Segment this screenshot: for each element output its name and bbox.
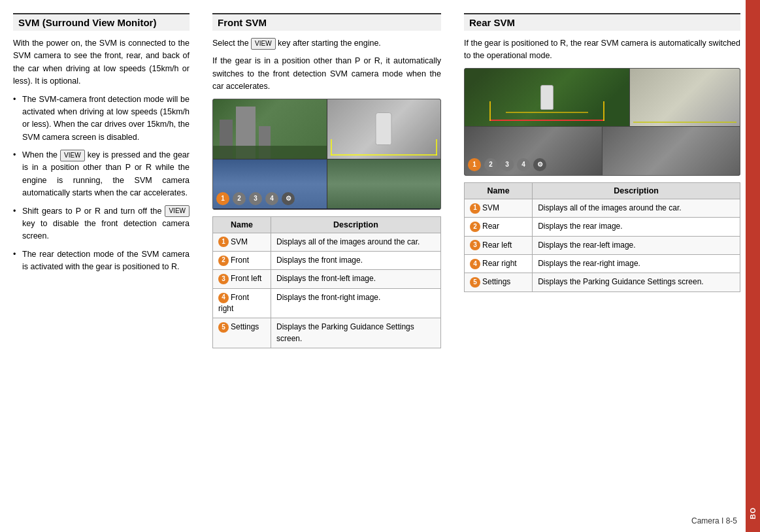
bullet-4: The rear detection mode of the SVM camer… xyxy=(13,248,190,274)
front-table-cell-name-3: 3Front left xyxy=(213,270,271,288)
rear-table-row-5: 5Settings Displays the Parking Guidance … xyxy=(465,273,740,291)
rear-camera-image: Check surroundings for your safety. xyxy=(464,68,740,176)
page-footer: Camera I 8-5 xyxy=(691,516,737,525)
front-table-row-3: 3Front left Displays the front-left imag… xyxy=(213,270,441,288)
front-cam-btn-2: 2 xyxy=(233,192,246,205)
rear-svm-table: Name Description 1SVM Displays all of th… xyxy=(464,182,740,292)
rear-badge-3: 3 xyxy=(470,240,480,250)
front-cam-btn-1: 1 xyxy=(216,192,229,205)
rear-cam-btn-1: 1 xyxy=(468,158,481,171)
front-table-row-1: 1SVM Displays all of the images around t… xyxy=(213,233,441,251)
front-badge-3: 3 xyxy=(218,274,229,284)
front-table-header-name: Name xyxy=(213,216,271,233)
col1-svm: SVM (Surround View Monitor) With the pow… xyxy=(13,13,196,519)
front-cam-buttons: 1 2 3 4 ⚙ xyxy=(216,192,295,205)
front-table-row-4: 4Front right Displays the front-right im… xyxy=(213,288,441,318)
front-badge-2: 2 xyxy=(218,256,229,266)
rear-top-main xyxy=(465,69,630,127)
rear-badge-2: 2 xyxy=(470,222,480,232)
col3-rear-svm: Rear SVM If the gear is positioned to R,… xyxy=(457,13,740,519)
rear-table-cell-name-4: 4Rear right xyxy=(465,254,533,273)
rear-badge-5: 5 xyxy=(470,277,480,288)
rear-table-cell-name-3: 3Rear left xyxy=(465,236,533,254)
front-table-row-5: 5Settings Displays the Parking Guidance … xyxy=(213,318,441,348)
front-badge-4: 4 xyxy=(218,293,229,303)
rear-cam-btn-4: 4 xyxy=(517,158,530,171)
cam-top-row xyxy=(213,99,440,159)
rear-cam-btn-3: 3 xyxy=(501,158,514,171)
front-table-header-desc: Description xyxy=(271,216,440,233)
rear-table-header-desc: Description xyxy=(533,182,740,199)
front-cam-btn-4: 4 xyxy=(265,192,278,205)
front-cam-btn-5: ⚙ xyxy=(282,192,295,205)
cam-top-left xyxy=(213,99,327,159)
rear-badge-4: 4 xyxy=(470,259,480,269)
front-table-cell-desc-2: Displays the front image. xyxy=(271,251,440,269)
front-table-row-2: 2Front Displays the front image. xyxy=(213,251,441,269)
front-table-cell-name-1: 1SVM xyxy=(213,233,271,251)
cam-bottom-right xyxy=(327,159,441,209)
rear-cam-btn-5: ⚙ xyxy=(533,158,546,171)
rear-table-row-2: 2Rear Displays the rear image. xyxy=(465,218,740,236)
col2-front-svm: Front SVM Select the VIEW key after star… xyxy=(206,13,448,519)
front-table-cell-name-4: 4Front right xyxy=(213,288,271,318)
bullet-3: Shift gears to P or R and turn off the V… xyxy=(13,205,190,243)
rear-table-row-3: 3Rear left Displays the rear-left image. xyxy=(465,236,740,254)
cam-top-right xyxy=(327,99,441,159)
rear-table-cell-desc-5: Displays the Parking Guidance Settings s… xyxy=(533,273,740,291)
rear-table-cell-name-2: 2Rear xyxy=(465,218,533,236)
page-container: SVM (Surround View Monitor) With the pow… xyxy=(0,0,760,532)
col2-p2: If the gear is in a position other than … xyxy=(212,55,441,93)
col3-title: Rear SVM xyxy=(464,13,740,31)
view-key-icon: VIEW xyxy=(60,150,85,161)
rear-table-cell-desc-1: Displays all of the images around the ca… xyxy=(533,199,740,217)
rear-top-section xyxy=(465,69,740,127)
content-area: SVM (Surround View Monitor) With the pow… xyxy=(0,0,760,532)
col1-p1: With the power on, the SVM is connected … xyxy=(13,37,190,88)
rear-table-cell-desc-4: Displays the rear-right image. xyxy=(533,254,740,273)
rear-top-right xyxy=(630,69,740,127)
front-badge-1: 1 xyxy=(218,237,229,247)
rear-cam-buttons: 1 2 3 4 ⚙ xyxy=(468,158,546,171)
rear-table-row-4: 4Rear right Displays the rear-right imag… xyxy=(465,254,740,273)
rear-table-header-name: Name xyxy=(465,182,533,199)
front-badge-5: 5 xyxy=(218,322,229,333)
rear-table-cell-desc-2: Displays the rear image. xyxy=(533,218,740,236)
col1-title: SVM (Surround View Monitor) xyxy=(13,13,190,31)
view-key-icon-3: VIEW xyxy=(251,38,276,50)
rear-badge-1: 1 xyxy=(470,203,480,214)
rear-cam-btn-2: 2 xyxy=(484,158,497,171)
rear-table-row-1: 1SVM Displays all of the images around t… xyxy=(465,199,740,217)
front-table-cell-desc-3: Displays the front-left image. xyxy=(271,270,440,288)
rear-table-cell-name-1: 1SVM xyxy=(465,199,533,217)
rear-table-cell-name-5: 5Settings xyxy=(465,273,533,291)
col2-p1: Select the VIEW key after starting the e… xyxy=(212,37,441,50)
col1-bullets: The SVM-camera front detection mode will… xyxy=(13,93,190,274)
front-table-cell-name-5: 5Settings xyxy=(213,318,271,348)
front-svm-table: Name Description 1SVM Displays all of th… xyxy=(212,216,441,349)
col2-title: Front SVM xyxy=(212,13,441,31)
front-table-cell-desc-4: Displays the front-right image. xyxy=(271,288,440,318)
rear-table-cell-desc-3: Displays the rear-left image. xyxy=(533,236,740,254)
front-table-cell-name-2: 2Front xyxy=(213,251,271,269)
front-table-cell-desc-1: Displays all of the images around the ca… xyxy=(271,233,440,251)
front-table-cell-desc-5: Displays the Parking Guidance Settings s… xyxy=(271,318,440,348)
front-cam-btn-3: 3 xyxy=(249,192,262,205)
bullet-1: The SVM-camera front detection mode will… xyxy=(13,93,190,144)
side-tab-label: BO xyxy=(749,507,757,520)
rear-bottom-right xyxy=(603,127,740,175)
side-tab: BO xyxy=(746,0,760,532)
view-key-icon-2: VIEW xyxy=(165,205,190,217)
front-camera-image: Check surroundings for your safety. xyxy=(212,99,441,210)
bullet-2: When the VIEW key is pressed and the gea… xyxy=(13,149,190,200)
col3-p1: If the gear is positioned to R, the rear… xyxy=(464,37,740,63)
